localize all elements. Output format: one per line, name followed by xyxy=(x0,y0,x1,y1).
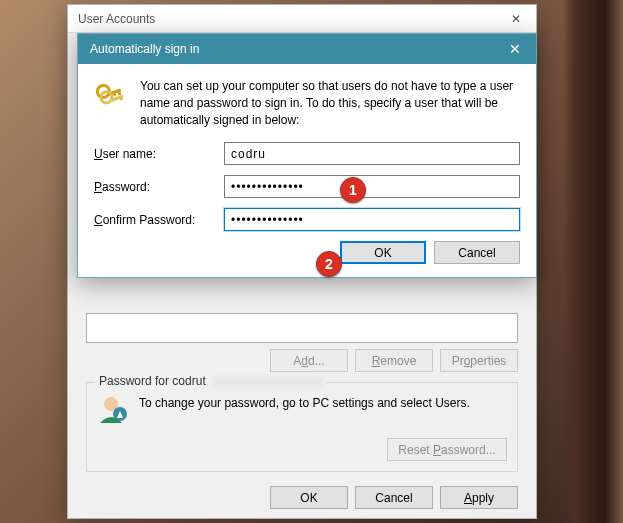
callout-badge-1: 1 xyxy=(340,177,366,203)
ok-button[interactable]: OK xyxy=(340,241,426,264)
background-decor xyxy=(563,0,623,523)
username-row: User name: xyxy=(94,142,520,165)
cancel-button[interactable]: Cancel xyxy=(434,241,520,264)
apply-label: Apply xyxy=(464,491,494,505)
add-button: Add... xyxy=(270,349,348,372)
confirm-label: Confirm Password: xyxy=(94,213,224,227)
username-label: User name: xyxy=(94,147,224,161)
properties-button: Properties xyxy=(440,349,518,372)
intro-text: You can set up your computer so that use… xyxy=(140,78,520,128)
outer-title: User Accounts xyxy=(78,12,496,26)
password-help-text: To change your password, go to PC settin… xyxy=(139,393,507,412)
remove-button: Remove xyxy=(355,349,433,372)
group-title-user: codrut xyxy=(172,374,205,388)
confirm-password-field[interactable] xyxy=(224,208,520,231)
inner-dialog-buttons: OK Cancel xyxy=(94,241,520,264)
outer-titlebar[interactable]: User Accounts xyxy=(68,5,536,33)
confirm-row: Confirm Password: xyxy=(94,208,520,231)
blurred-email: hidden xyxy=(212,376,322,388)
reset-password-label: Reset Password... xyxy=(398,443,495,457)
reset-password-button: Reset Password... xyxy=(387,438,507,461)
users-listbox[interactable] xyxy=(86,313,518,343)
outer-apply-button[interactable]: Apply xyxy=(440,486,518,509)
properties-button-label: Properties xyxy=(452,354,507,368)
password-field[interactable] xyxy=(224,175,520,198)
username-field[interactable] xyxy=(224,142,520,165)
password-row: Password: xyxy=(94,175,520,198)
auto-signin-dialog: Automatically sign in xyxy=(77,33,537,278)
keys-icon xyxy=(94,78,128,128)
add-button-label: Add... xyxy=(293,354,324,368)
user-icon xyxy=(97,393,129,428)
password-groupbox: Password for codrut hidden To change you… xyxy=(86,382,518,472)
remove-button-label: Remove xyxy=(372,354,417,368)
inner-titlebar[interactable]: Automatically sign in xyxy=(78,34,536,64)
group-title-prefix: Password for xyxy=(99,374,172,388)
close-icon[interactable] xyxy=(494,34,536,64)
password-group-title: Password for codrut hidden xyxy=(95,374,326,388)
inner-title: Automatically sign in xyxy=(90,42,494,56)
password-label: Password: xyxy=(94,180,224,194)
callout-badge-2: 2 xyxy=(316,251,342,277)
inner-body: You can set up your computer so that use… xyxy=(78,64,536,276)
user-list-buttons: Add... Remove Properties xyxy=(86,349,518,372)
close-icon[interactable] xyxy=(496,5,536,32)
outer-ok-button[interactable]: OK xyxy=(270,486,348,509)
outer-dialog-buttons: OK Cancel Apply xyxy=(82,486,522,509)
outer-cancel-button[interactable]: Cancel xyxy=(355,486,433,509)
